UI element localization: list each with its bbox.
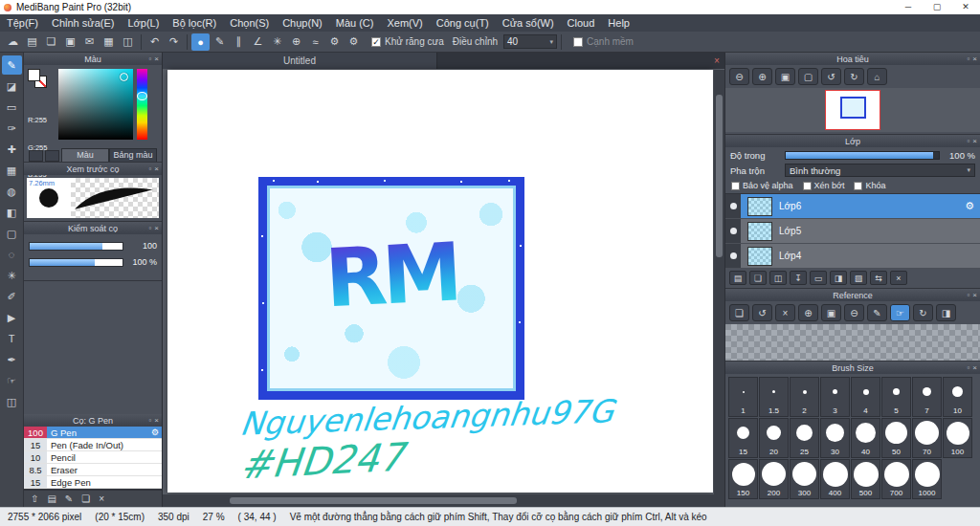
- brush-tool[interactable]: ✎: [2, 55, 22, 75]
- menu-help[interactable]: Help: [601, 14, 636, 32]
- panel-close-icon[interactable]: ×: [154, 164, 159, 173]
- brush-size-option[interactable]: 15: [728, 418, 758, 458]
- brush-item-g-pen[interactable]: 100 G Pen ⚙: [24, 427, 162, 439]
- zoom-out-icon[interactable]: ⊖: [729, 68, 749, 85]
- rotate-left-icon[interactable]: ↺: [821, 68, 841, 85]
- new-layer-icon[interactable]: ▤: [729, 271, 746, 285]
- hue-slider[interactable]: [137, 69, 147, 140]
- maximize-button[interactable]: ▢: [923, 0, 951, 14]
- saturation-value-picker[interactable]: [58, 69, 133, 140]
- transfer-icon[interactable]: ⇆: [870, 271, 887, 285]
- panel-close-icon[interactable]: ×: [154, 55, 159, 63]
- panel-float-icon[interactable]: ▫: [148, 224, 151, 232]
- ref-zoom-fit-icon[interactable]: ▣: [821, 304, 841, 321]
- cloud-icon[interactable]: ☁: [4, 33, 22, 51]
- panel-close-icon[interactable]: ×: [972, 137, 977, 145]
- brush-size-option[interactable]: 70: [912, 418, 942, 458]
- stencil-icon[interactable]: ▨: [850, 271, 867, 285]
- move-tool[interactable]: ✚: [2, 140, 22, 159]
- panel-close-icon[interactable]: ×: [154, 416, 159, 425]
- brush-size-option[interactable]: 700: [881, 459, 911, 499]
- eyedropper-tool[interactable]: ✒: [2, 350, 22, 369]
- brush-size-option[interactable]: 5: [881, 377, 911, 417]
- layer-item[interactable]: Lớp5: [725, 219, 980, 244]
- clipping-checkbox[interactable]: [803, 182, 812, 190]
- ref-flip-icon[interactable]: ◨: [936, 304, 956, 321]
- menu-view[interactable]: Xem(V): [380, 14, 429, 32]
- clear-layer-icon[interactable]: ▭: [810, 271, 827, 285]
- gradient-tool[interactable]: ◧: [2, 203, 22, 222]
- merge-down-icon[interactable]: ↧: [790, 271, 807, 285]
- reference-canvas[interactable]: [725, 324, 980, 361]
- brush-size-option[interactable]: 400: [820, 459, 850, 499]
- ref-pick-color-icon[interactable]: ✎: [867, 304, 887, 321]
- primary-color-swatch[interactable]: [28, 69, 40, 81]
- panel-float-icon[interactable]: ▫: [967, 291, 969, 299]
- rotate-right-icon[interactable]: ↻: [844, 68, 864, 85]
- panel-float-icon[interactable]: ▫: [967, 137, 969, 145]
- layer-visibility-toggle[interactable]: [725, 244, 741, 268]
- new-folder-icon[interactable]: ❏: [749, 271, 767, 285]
- panel-float-icon[interactable]: ▫: [148, 55, 151, 63]
- layer-visibility-toggle[interactable]: [725, 194, 741, 218]
- open-file-icon[interactable]: ❏: [42, 33, 60, 51]
- select-tool[interactable]: ▢: [2, 224, 22, 243]
- canvas-tab-untitled[interactable]: Untitled: [163, 53, 437, 69]
- brush-settings-icon[interactable]: ⚙: [151, 427, 162, 437]
- brush-size-option[interactable]: 150: [728, 459, 758, 499]
- brush-size-option[interactable]: 20: [759, 418, 789, 458]
- grid-icon[interactable]: ▦: [100, 33, 118, 51]
- select-pen-tool[interactable]: ✐: [2, 287, 22, 306]
- snap-cross-icon[interactable]: ⊕: [287, 33, 305, 51]
- canvas[interactable]: RM Nguyenlehoangnhu97G #HD247: [167, 70, 713, 493]
- undo-icon[interactable]: ↶: [145, 33, 164, 51]
- brush-size-option[interactable]: 1000: [912, 459, 942, 499]
- select-rect-tool[interactable]: ▭: [2, 98, 22, 117]
- navigator-preview[interactable]: [725, 88, 980, 132]
- brush-size-option[interactable]: 4: [851, 377, 880, 417]
- ref-hand-icon[interactable]: ☞: [890, 304, 910, 321]
- delete-layer-icon[interactable]: ×: [890, 271, 907, 285]
- divide-tool[interactable]: ◫: [2, 392, 22, 411]
- hand-tool[interactable]: ☞: [2, 371, 22, 390]
- material-panel-icon[interactable]: ◫: [119, 33, 137, 51]
- protect-alpha-checkbox[interactable]: [731, 182, 740, 190]
- horizontal-scroll-thumb[interactable]: [230, 497, 517, 504]
- tab-palette[interactable]: Bảng màu: [109, 148, 157, 162]
- brush-size-option[interactable]: 50: [881, 418, 911, 458]
- layer-settings-icon[interactable]: ⚙: [965, 200, 980, 212]
- brush-size-option[interactable]: 1.5: [759, 377, 789, 417]
- open-reference-icon[interactable]: ❏: [729, 304, 749, 321]
- menu-cloud[interactable]: Cloud: [561, 14, 602, 32]
- ref-zoom-out-icon[interactable]: ⊖: [844, 304, 864, 321]
- refresh-icon[interactable]: ↺: [752, 304, 772, 321]
- eraser-tool[interactable]: ◪: [2, 77, 22, 96]
- brush-size-option[interactable]: 300: [790, 459, 819, 499]
- vertical-scrollbar[interactable]: [714, 70, 724, 494]
- menu-window[interactable]: Cửa sổ(W): [496, 14, 561, 32]
- zoom-100-icon[interactable]: ▢: [798, 68, 818, 85]
- layer-item[interactable]: Lớp4: [725, 244, 980, 269]
- minimize-button[interactable]: ─: [894, 0, 923, 14]
- brush-size-option[interactable]: 1: [728, 377, 758, 417]
- ref-rotate-icon[interactable]: ↻: [913, 304, 933, 321]
- brush-size-option[interactable]: 7: [912, 377, 942, 417]
- panel-float-icon[interactable]: ▫: [148, 164, 151, 173]
- brush-size-option[interactable]: 3: [820, 377, 850, 417]
- panel-close-icon[interactable]: ×: [154, 224, 159, 232]
- new-brush-icon[interactable]: ▤: [47, 493, 56, 504]
- panel-close-icon[interactable]: ×: [972, 291, 977, 299]
- sv-marker[interactable]: [120, 73, 128, 81]
- menu-tools[interactable]: Công cụ(T): [430, 14, 496, 32]
- panel-float-icon[interactable]: ▫: [967, 363, 969, 372]
- brush-item-pen-fade[interactable]: 15 Pen (Fade In/Out): [24, 439, 162, 451]
- layer-visibility-toggle[interactable]: [725, 219, 741, 243]
- snap-angle-icon[interactable]: ∠: [249, 33, 267, 51]
- layer-mask-icon[interactable]: ◨: [830, 271, 847, 285]
- text-tool[interactable]: T: [2, 329, 22, 348]
- opacity-slider[interactable]: [785, 151, 940, 160]
- adjust-value-select[interactable]: 40 ▾: [503, 34, 557, 49]
- edit-brush-icon[interactable]: ✎: [65, 493, 73, 504]
- menu-color[interactable]: Màu (C): [329, 14, 381, 32]
- vertical-scroll-thumb[interactable]: [716, 95, 723, 257]
